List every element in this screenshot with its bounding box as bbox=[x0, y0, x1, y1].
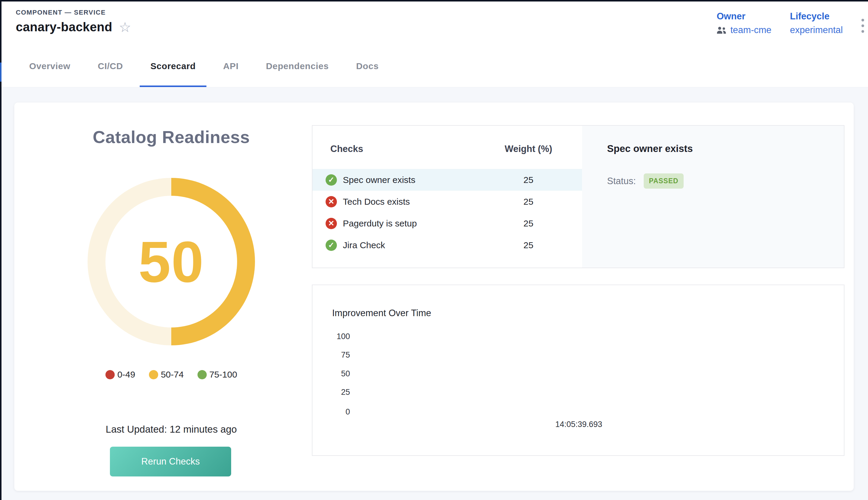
check-row-spec-owner[interactable]: ✓ Spec owner exists 25 bbox=[312, 169, 582, 191]
check-passed-icon: ✓ bbox=[326, 174, 337, 186]
weight-column-header: Weight (%) bbox=[493, 144, 564, 154]
check-passed-icon: ✓ bbox=[326, 240, 337, 251]
gauge-legend: 0-49 50-74 75-100 bbox=[22, 370, 320, 379]
scorecard-content-card: Catalog Readiness 50 0-49 50-74 75-100 L… bbox=[14, 102, 854, 491]
y-axis-tick: 25 bbox=[324, 388, 350, 397]
check-detail-title: Spec owner exists bbox=[607, 143, 826, 154]
entity-identity: COMPONENT — SERVICE canary-backend ☆ bbox=[16, 9, 131, 34]
rerun-checks-button[interactable]: Rerun Checks bbox=[110, 447, 231, 476]
check-failed-icon: ✕ bbox=[326, 218, 337, 229]
checks-table-header: Checks Weight (%) bbox=[312, 126, 582, 169]
legend-dot-green bbox=[197, 370, 207, 379]
checks-table: Checks Weight (%) ✓ Spec owner exists 25… bbox=[312, 126, 582, 268]
kebab-menu-icon[interactable] bbox=[860, 17, 866, 35]
check-failed-icon: ✕ bbox=[326, 196, 337, 207]
checks-panel: Checks Weight (%) ✓ Spec owner exists 25… bbox=[312, 125, 844, 268]
window-left-accent bbox=[0, 62, 1, 82]
lifecycle-label: Lifecycle bbox=[790, 11, 843, 22]
improvement-chart-panel: Improvement Over Time 100 75 50 25 0 14:… bbox=[312, 285, 844, 456]
entity-tabbar: Overview CI/CD Scorecard API Dependencie… bbox=[0, 45, 868, 87]
window-top-edge bbox=[0, 0, 868, 1]
team-icon bbox=[717, 26, 727, 34]
check-detail-panel: Spec owner exists Status: PASSED bbox=[582, 126, 844, 268]
tab-dependencies[interactable]: Dependencies bbox=[252, 45, 343, 87]
chart-title: Improvement Over Time bbox=[332, 308, 431, 319]
tab-cicd[interactable]: CI/CD bbox=[84, 45, 137, 87]
gauge-score-value: 50 bbox=[139, 228, 204, 295]
legend-item-low: 0-49 bbox=[105, 370, 135, 379]
legend-dot-yellow bbox=[149, 370, 158, 379]
tab-overview[interactable]: Overview bbox=[15, 45, 84, 87]
lifecycle-block: Lifecycle experimental bbox=[790, 11, 843, 35]
owner-block: Owner team-cme bbox=[717, 11, 772, 35]
app-window: COMPONENT — SERVICE canary-backend ☆ Own… bbox=[0, 0, 868, 500]
owner-label: Owner bbox=[717, 11, 772, 22]
y-axis-tick: 0 bbox=[324, 407, 350, 417]
tab-scorecard[interactable]: Scorecard bbox=[137, 45, 209, 87]
favorite-star-icon[interactable]: ☆ bbox=[119, 20, 131, 34]
legend-item-mid: 50-74 bbox=[149, 370, 184, 379]
check-row-tech-docs[interactable]: ✕ Tech Docs exists 25 bbox=[312, 191, 582, 213]
x-axis-tick: 14:05:39.693 bbox=[540, 420, 617, 429]
readiness-gauge: 50 bbox=[88, 178, 255, 345]
y-axis-tick: 50 bbox=[324, 369, 350, 378]
scorecard-title: Catalog Readiness bbox=[22, 127, 320, 147]
checks-column-header: Checks bbox=[330, 144, 493, 154]
legend-item-high: 75-100 bbox=[197, 370, 237, 379]
entity-kind-breadcrumb: COMPONENT — SERVICE bbox=[16, 9, 131, 16]
tab-api[interactable]: API bbox=[209, 45, 252, 87]
y-axis-tick: 100 bbox=[324, 332, 350, 341]
legend-dot-red bbox=[105, 370, 115, 379]
check-row-jira[interactable]: ✓ Jira Check 25 bbox=[312, 234, 582, 256]
status-badge: PASSED bbox=[644, 173, 684, 189]
last-updated-text: Last Updated: 12 minutes ago bbox=[22, 424, 320, 435]
tab-docs[interactable]: Docs bbox=[342, 45, 392, 87]
page-title: canary-backend bbox=[16, 20, 112, 34]
y-axis-tick: 75 bbox=[324, 350, 350, 360]
check-row-pagerduty[interactable]: ✕ Pagerduty is setup 25 bbox=[312, 213, 582, 234]
owner-link[interactable]: team-cme bbox=[730, 25, 772, 35]
lifecycle-value: experimental bbox=[790, 25, 843, 35]
entity-header: COMPONENT — SERVICE canary-backend ☆ Own… bbox=[0, 1, 868, 45]
status-label: Status: bbox=[607, 176, 636, 186]
